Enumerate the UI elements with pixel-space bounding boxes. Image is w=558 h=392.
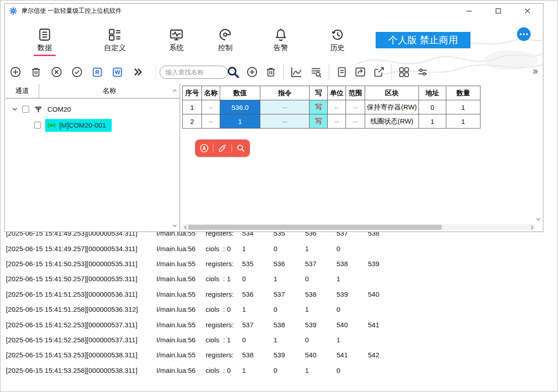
grid-cell[interactable]: 保持寄存器(RW)	[365, 100, 419, 114]
close-button[interactable]	[518, 5, 537, 17]
export-button[interactable]	[372, 66, 385, 78]
expand-chevron-icon[interactable]	[11, 106, 18, 113]
log-output[interactable]: [2025-06-15 15:41:49.253][000000534.311]…	[6, 226, 556, 390]
grid-cell[interactable]: --	[260, 100, 310, 114]
grid-header[interactable]: 写	[310, 86, 328, 100]
channel-checkbox[interactable]	[22, 106, 29, 113]
grid-cell[interactable]: 写	[310, 114, 328, 129]
delete-channel-button[interactable]	[30, 66, 42, 78]
scroll-right-button[interactable]	[529, 224, 535, 230]
search-input[interactable]	[160, 66, 228, 79]
tab-label: 控制	[203, 43, 247, 53]
grid-cell[interactable]: --	[328, 114, 346, 129]
tab-custom[interactable]: 自定义	[93, 26, 137, 56]
log-lval: 536	[242, 290, 274, 298]
custom-tab-icon	[108, 27, 122, 42]
magic-edit-button[interactable]	[217, 143, 227, 153]
tree-row-device[interactable]: [M]COM20-001	[5, 117, 180, 133]
grid-header[interactable]: 序号	[183, 86, 202, 100]
scroll-down-icon[interactable]	[172, 223, 177, 228]
tab-system[interactable]: 系统	[155, 26, 198, 56]
trash-icon	[264, 66, 277, 78]
add-point-button[interactable]	[246, 66, 258, 78]
grid-cell[interactable]: --	[260, 114, 310, 129]
log-lsrc: I/main.lua:55	[156, 351, 206, 359]
filter-sliders-button[interactable]	[416, 66, 429, 78]
grid-cell[interactable]: --	[328, 100, 346, 114]
log-lval: 535	[242, 260, 274, 268]
grid-cell[interactable]: 536.0	[220, 100, 260, 114]
scrollbar-thumb[interactable]	[188, 225, 442, 230]
grid-cell[interactable]: 写	[310, 100, 328, 114]
copy-button[interactable]	[335, 66, 348, 78]
chart-view-button[interactable]	[289, 65, 303, 79]
ai-assist-button[interactable]: A	[199, 143, 209, 153]
log-lts: [2025-06-15 15:41:51.258][000000536.312]	[6, 305, 156, 313]
tree-row-com20[interactable]: COM20	[5, 101, 180, 117]
scroll-left-button[interactable]	[182, 224, 188, 230]
log-lval: 0	[242, 336, 274, 344]
sliders-icon	[416, 66, 429, 78]
device-checkbox[interactable]	[34, 122, 41, 129]
tree-header-name[interactable]: 名称	[39, 87, 180, 95]
log-lval: 1	[242, 245, 274, 253]
grid-cell[interactable]: --	[346, 100, 365, 114]
log-lval: 1	[305, 245, 336, 253]
grid-cell[interactable]: --	[346, 114, 365, 129]
search-list-button[interactable]	[309, 65, 323, 79]
scrollbar-track[interactable]	[188, 224, 529, 230]
grid-header[interactable]: 地址	[419, 86, 446, 100]
window-controls	[460, 4, 537, 18]
window-title: 摩尔信使 一款轻量级工控上位机软件	[21, 7, 122, 15]
grid-layout-button[interactable]	[398, 66, 410, 78]
maximize-button[interactable]	[489, 5, 507, 17]
grid-header[interactable]: 指令	[260, 86, 310, 100]
log-lval: 0	[305, 275, 336, 283]
grid-cell[interactable]: --	[202, 100, 220, 114]
tab-control[interactable]: 控制	[203, 26, 247, 56]
overflow-toolbar-button[interactable]	[531, 67, 539, 76]
quick-search-button[interactable]	[236, 143, 246, 153]
write-mode-button[interactable]: W	[111, 66, 124, 78]
grid-cell[interactable]: 2	[183, 114, 202, 129]
scroll-up-icon[interactable]	[172, 88, 177, 93]
grid-icon	[398, 66, 410, 78]
grid-cell[interactable]: 1	[419, 114, 446, 129]
read-mode-button[interactable]: R	[91, 66, 103, 78]
tree-header-channel[interactable]: 通道	[5, 84, 39, 98]
selected-device[interactable]: [M]COM20-001	[45, 119, 112, 132]
expand-more-button[interactable]	[131, 66, 144, 78]
grid-cell[interactable]: 线圈状态(RW)	[365, 114, 419, 129]
tab-data[interactable]: 数据	[23, 26, 67, 56]
search-icon[interactable]	[226, 65, 240, 79]
grid-cell[interactable]: --	[202, 114, 220, 129]
log-line: [2025-06-15 15:41:49.257][000000534.311]…	[6, 241, 556, 256]
log-llab: registers:	[206, 351, 242, 359]
more-options-button[interactable]	[517, 27, 531, 41]
grid-header[interactable]: 名称	[202, 86, 220, 100]
titlebar[interactable]: 摩尔信使 一款轻量级工控上位机软件	[5, 4, 543, 18]
grid-header[interactable]: 数量	[446, 86, 480, 100]
grid-cell[interactable]: 1	[446, 100, 480, 114]
log-lts: [2025-06-15 15:41:50.253][000000535.311]	[6, 260, 156, 268]
point-toolbar	[160, 60, 429, 84]
grid-header[interactable]: 区块	[365, 86, 419, 100]
add-channel-button[interactable]	[9, 66, 22, 78]
grid-header[interactable]: 数值	[220, 86, 260, 100]
clear-button[interactable]	[50, 66, 63, 78]
grid-cell[interactable]: 0	[419, 100, 446, 114]
tab-history[interactable]: 历史	[315, 26, 359, 56]
grid-header[interactable]: 单位	[328, 86, 346, 100]
scroll-down-icon[interactable]	[536, 217, 541, 222]
delete-point-button[interactable]	[264, 66, 277, 78]
confirm-button[interactable]	[71, 66, 83, 78]
log-lval: 540	[368, 290, 399, 298]
grid-cell[interactable]: 1	[183, 100, 202, 114]
tab-alarm[interactable]: 告警	[259, 26, 303, 56]
grid-cell[interactable]: 1	[220, 114, 260, 129]
log-llab: ciols : 0	[206, 245, 242, 253]
grid-cell[interactable]: 1	[446, 114, 480, 129]
minimize-button[interactable]	[460, 5, 478, 17]
import-button[interactable]	[354, 66, 367, 78]
grid-header[interactable]: 范围	[346, 86, 365, 100]
